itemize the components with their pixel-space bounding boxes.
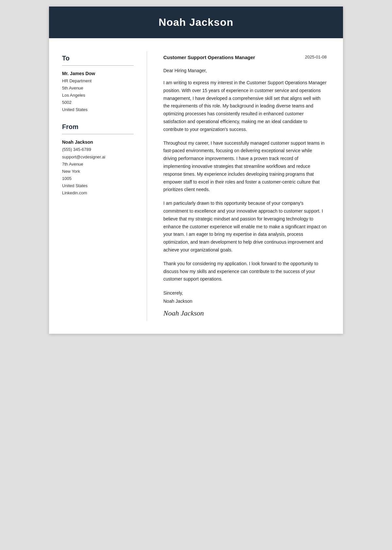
header: Noah Jackson <box>49 7 343 38</box>
sidebar: To Mr. James Dow HR Department 5th Avenu… <box>49 51 147 321</box>
content: To Mr. James Dow HR Department 5th Avenu… <box>49 38 343 334</box>
from-email: support@cvdesigner.ai <box>62 154 134 161</box>
header-name: Noah Jackson <box>62 16 330 28</box>
to-city: Los Angeles <box>62 92 134 99</box>
main-content: Customer Support Operations Manager 2025… <box>147 51 343 321</box>
to-name: Mr. James Dow <box>62 71 134 76</box>
to-divider <box>62 65 134 66</box>
from-street: 7th Avenue <box>62 161 134 168</box>
to-street: 5th Avenue <box>62 85 134 92</box>
from-linkedin: Linkedin.com <box>62 189 134 197</box>
to-department: HR Department <box>62 77 134 85</box>
from-divider <box>62 134 134 134</box>
from-phone: (555) 345-6789 <box>62 146 134 153</box>
paragraph-4: Thank you for considering my application… <box>163 260 327 283</box>
date: 2025-01-08 <box>305 55 327 59</box>
from-country: United States <box>62 182 134 189</box>
closing-text: Sincerely,Noah Jackson <box>163 290 192 304</box>
to-country: United States <box>62 106 134 113</box>
to-zip: 5002 <box>62 99 134 106</box>
to-label: To <box>62 55 134 62</box>
job-title: Customer Support Operations Manager <box>163 55 255 60</box>
from-zip: 1005 <box>62 175 134 182</box>
paragraph-3: I am particularly drawn to this opportun… <box>163 200 327 254</box>
main-header: Customer Support Operations Manager 2025… <box>163 55 327 60</box>
salutation: Dear Hiring Manager, <box>163 68 327 73</box>
from-name: Noah Jackson <box>62 139 134 145</box>
closing: Sincerely,Noah Jackson <box>163 289 327 305</box>
paragraph-2: Throughout my career, I have successfull… <box>163 139 327 194</box>
from-section: From Noah Jackson (555) 345-6789 support… <box>62 123 134 197</box>
paragraph-1: I am writing to express my interest in t… <box>163 79 327 134</box>
to-section: To Mr. James Dow HR Department 5th Avenu… <box>62 55 134 113</box>
signature: Noah Jackson <box>163 309 327 317</box>
from-label: From <box>62 123 134 131</box>
page: Noah Jackson To Mr. James Dow HR Departm… <box>49 7 343 334</box>
from-city: New York <box>62 168 134 175</box>
